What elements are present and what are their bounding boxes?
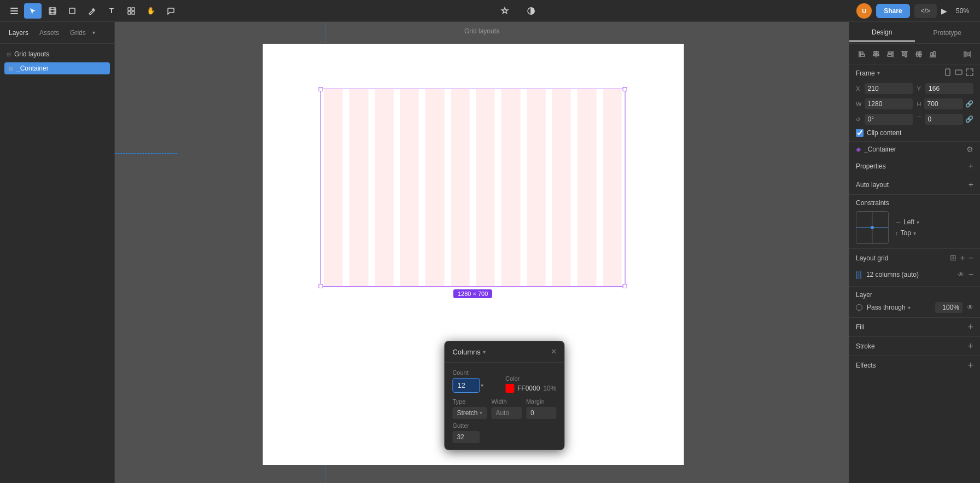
constraint-vertical[interactable]: ↕ Top ▾	[895, 229, 919, 237]
gutter-input[interactable]	[452, 431, 480, 443]
component-settings-icon[interactable]: ⚙	[966, 145, 973, 154]
type-select[interactable]: Stretch ▾	[452, 407, 487, 419]
corner-link-icon[interactable]: 🔗	[965, 115, 973, 123]
color-swatch[interactable]	[505, 384, 514, 393]
rotation-input[interactable]	[865, 114, 913, 125]
autolayout-add-button[interactable]: +	[969, 180, 973, 190]
grid-col-2	[349, 89, 368, 286]
frame-tool[interactable]	[44, 3, 61, 19]
clip-label: Clip content	[867, 129, 901, 137]
constraints-content: ↔ Left ▾ ↕ Top ▾	[856, 211, 973, 244]
tab-assets[interactable]: Assets	[35, 27, 63, 39]
layer-item-container[interactable]: ⊞ _Container	[4, 62, 110, 74]
properties-add-button[interactable]: +	[969, 161, 973, 171]
svg-rect-36	[968, 53, 970, 56]
tab-prototype[interactable]: Prototype	[915, 25, 981, 41]
stroke-row: Stroke +	[856, 341, 973, 351]
frame-label[interactable]: Frame ▾	[856, 69, 880, 77]
align-top[interactable]	[899, 48, 911, 60]
frame-dropdown-icon[interactable]: ▾	[877, 70, 880, 76]
frame-container[interactable]: 1280 × 700	[320, 89, 626, 287]
corner-input[interactable]	[925, 114, 964, 125]
effects-add-button[interactable]: +	[967, 360, 973, 370]
menu-button[interactable]	[7, 3, 22, 19]
comment-tool[interactable]	[162, 3, 179, 19]
count-input[interactable]	[452, 378, 480, 393]
distribute[interactable]	[961, 48, 973, 60]
svg-rect-12	[128, 11, 131, 14]
count-arrow-icon[interactable]: ▾	[481, 382, 483, 388]
star-icon[interactable]	[496, 3, 514, 19]
y-label: Y	[917, 85, 924, 92]
layer-mode-select[interactable]: Pass through ▾	[867, 304, 931, 311]
resize-icon[interactable]	[966, 68, 973, 78]
svg-rect-3	[49, 8, 56, 14]
svg-rect-13	[132, 11, 135, 14]
portrait-icon[interactable]	[944, 68, 952, 78]
grid-col-5	[425, 89, 444, 286]
align-center-h[interactable]	[870, 48, 882, 60]
topbar: T ✋ U Share </> ▶ 50%	[0, 0, 980, 22]
tab-design[interactable]: Design	[849, 24, 915, 42]
pen-tool[interactable]	[83, 3, 101, 19]
select-tool[interactable]	[24, 3, 42, 19]
hand-tool[interactable]: ✋	[142, 3, 160, 19]
columns-title[interactable]: Columns ▾	[452, 348, 485, 356]
clip-row: Clip content	[849, 127, 980, 141]
w-field: W	[856, 98, 913, 109]
share-button[interactable]: Share	[876, 4, 909, 18]
grid-arrange-icon[interactable]: ⊞	[950, 253, 956, 263]
fill-add-button[interactable]: +	[967, 322, 973, 332]
margin-input[interactable]	[526, 407, 557, 419]
type-dropdown-icon: ▾	[480, 410, 482, 416]
component-label: _Container	[864, 146, 896, 153]
effects-row: Effects +	[856, 360, 973, 370]
w-input[interactable]	[865, 98, 913, 109]
y-input[interactable]	[925, 83, 973, 94]
svg-rect-38	[955, 70, 962, 74]
align-right[interactable]	[884, 48, 896, 60]
grid-col-7	[476, 89, 495, 286]
topbar-right: U Share </> ▶ 50%	[856, 3, 973, 19]
grids-dropdown[interactable]: ▾	[92, 30, 95, 36]
layer-opacity-input[interactable]	[935, 302, 962, 313]
clip-checkbox[interactable]	[856, 129, 864, 137]
play-button[interactable]: ▶	[941, 7, 947, 15]
count-color-row: Count ▾ Color FF0000 10%	[452, 369, 556, 393]
grid-delete-button[interactable]: −	[969, 270, 973, 280]
h-input[interactable]	[924, 98, 963, 109]
svg-rect-26	[905, 53, 907, 57]
zoom-level[interactable]: 50%	[952, 5, 973, 17]
handle-top-left[interactable]	[319, 87, 323, 91]
x-input[interactable]	[865, 83, 913, 94]
v-arrow-icon: ↕	[895, 230, 899, 236]
contrast-icon[interactable]	[522, 3, 540, 19]
grid-add-button[interactable]: +	[960, 253, 965, 263]
tab-grids[interactable]: Grids	[66, 27, 90, 39]
text-tool[interactable]: T	[103, 3, 120, 19]
component-tool[interactable]	[122, 3, 140, 19]
svg-rect-17	[860, 54, 865, 56]
landscape-icon[interactable]	[955, 68, 962, 78]
grid-visibility-icon[interactable]: 👁	[958, 271, 964, 278]
handle-top-right[interactable]	[623, 87, 627, 91]
grid-remove-button[interactable]: −	[969, 253, 973, 263]
handle-bottom-left[interactable]	[319, 284, 323, 288]
link-icon[interactable]: 🔗	[965, 100, 973, 108]
shape-tool[interactable]	[63, 3, 81, 19]
columns-close-button[interactable]: ×	[551, 347, 556, 357]
constraints-title: Constraints	[856, 199, 973, 207]
layer-visibility-icon[interactable]: 👁	[967, 304, 973, 311]
stroke-add-button[interactable]: +	[967, 341, 973, 351]
handle-bottom-right[interactable]	[623, 284, 627, 288]
align-middle-v[interactable]	[913, 48, 925, 60]
align-bottom[interactable]	[927, 48, 939, 60]
align-left[interactable]	[856, 48, 868, 60]
tab-layers[interactable]: Layers	[4, 27, 33, 39]
grid-col-10	[552, 89, 571, 286]
code-button[interactable]: </>	[914, 4, 937, 18]
svg-rect-0	[10, 8, 18, 9]
layout-grid-actions: ⊞ + −	[950, 253, 973, 263]
layers-section: ⊞ Grid layouts ⊞ _Container	[0, 44, 114, 79]
constraint-horizontal[interactable]: ↔ Left ▾	[895, 218, 919, 226]
